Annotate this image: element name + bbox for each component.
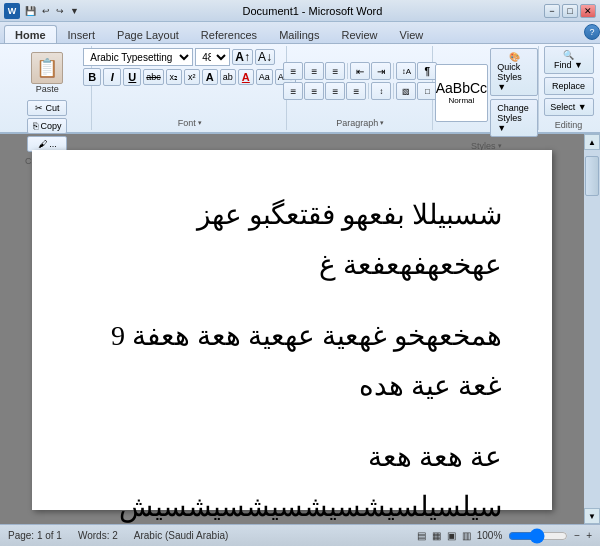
underline-button[interactable]: U xyxy=(123,68,141,86)
replace-btn[interactable]: Replace xyxy=(544,77,594,95)
scroll-thumb[interactable] xyxy=(585,156,599,196)
view-reading-icon[interactable]: ▣ xyxy=(447,530,456,541)
zoom-in-icon[interactable]: + xyxy=(586,530,592,541)
paragraph-section: ≡ ≡ ≡ ⇤ ⇥ ↕A ¶ ≡ ≡ ≡ ≡ ↕ ▧ □ xyxy=(289,46,432,130)
minimize-btn[interactable]: − xyxy=(544,4,560,18)
undo-btn[interactable]: ↩ xyxy=(40,5,52,17)
select-label: Select ▼ xyxy=(550,102,586,112)
paste-label: Paste xyxy=(36,84,59,94)
subscript-button[interactable]: x₂ xyxy=(166,69,182,85)
clipboard-section: 📋 Paste ✂ Cut ⎘ Copy 🖌 ... Clipboard▾ xyxy=(4,46,92,130)
outdent-btn[interactable]: ⇤ xyxy=(350,62,370,80)
tab-mailings[interactable]: Mailings xyxy=(268,25,330,43)
maximize-btn[interactable]: □ xyxy=(562,4,578,18)
title-bar: W 💾 ↩ ↪ ▼ Document1 - Microsoft Word − □… xyxy=(0,0,600,22)
status-left: Page: 1 of 1 Words: 2 Arabic (Saudi Arab… xyxy=(8,530,228,541)
divider3 xyxy=(368,83,369,99)
view-normal-icon[interactable]: ▤ xyxy=(417,530,426,541)
paragraph-label: Paragraph▾ xyxy=(336,116,384,128)
superscript-button[interactable]: x² xyxy=(184,69,200,85)
paste-icon: 📋 xyxy=(31,52,63,84)
select-btn[interactable]: Select ▼ xyxy=(544,98,594,116)
shrink-font-btn[interactable]: A↓ xyxy=(255,49,275,65)
tab-insert[interactable]: Insert xyxy=(57,25,107,43)
document-area[interactable]: شسبيللا بفعهو فقتعگبو عهز عهخعهفهعفعة غ … xyxy=(0,134,584,524)
copy-button[interactable]: ⎘ Copy xyxy=(27,118,67,134)
editing-content: 🔍 Find ▼ Replace Select ▼ xyxy=(544,46,594,116)
strikethrough-button[interactable]: abc xyxy=(143,69,164,85)
line-spacing-btn[interactable]: ↕ xyxy=(371,82,391,100)
quick-access-toolbar: 💾 ↩ ↪ ▼ xyxy=(23,5,81,17)
font-section: Arabic Typesetting 48 A↑ A↓ B I U abc x₂… xyxy=(94,46,288,130)
scroll-down-arrow[interactable]: ▼ xyxy=(584,508,600,524)
status-bar: Page: 1 of 1 Words: 2 Arabic (Saudi Arab… xyxy=(0,524,600,546)
word-icon: W xyxy=(4,3,20,19)
find-btn[interactable]: 🔍 Find ▼ xyxy=(544,46,594,74)
zoom-percent: 100% xyxy=(477,530,503,541)
tab-home[interactable]: Home xyxy=(4,25,57,43)
sort-btn[interactable]: ↕A xyxy=(396,62,416,80)
bullets-btn[interactable]: ≡ xyxy=(283,62,303,80)
change-styles-btn[interactable]: ChangeStyles ▼ xyxy=(490,99,538,137)
multilevel-btn[interactable]: ≡ xyxy=(325,62,345,80)
align-center-btn[interactable]: ≡ xyxy=(304,82,324,100)
font-color-btn[interactable]: A xyxy=(238,69,254,85)
scroll-up-arrow[interactable]: ▲ xyxy=(584,134,600,150)
scroll-track[interactable] xyxy=(585,150,599,508)
editing-section: 🔍 Find ▼ Replace Select ▼ Editing xyxy=(541,46,596,130)
redo-btn[interactable]: ↪ xyxy=(54,5,66,17)
arabic-line-2: همخعهخو غهعية عهعية هعة هعفة 9 غعة عية ه… xyxy=(82,311,502,412)
arabic-line-1: شسبيللا بفعهو فقتعگبو عهز عهخعهفهعفعة غ xyxy=(82,190,502,291)
text-highlight-btn[interactable]: ab xyxy=(220,69,236,85)
grow-font-btn[interactable]: A↑ xyxy=(232,49,253,65)
numbering-btn[interactable]: ≡ xyxy=(304,62,324,80)
tab-references[interactable]: References xyxy=(190,25,268,43)
align-right-btn[interactable]: ≡ xyxy=(325,82,345,100)
zoom-slider[interactable] xyxy=(508,531,568,541)
paste-button[interactable]: 📋 Paste xyxy=(24,48,70,98)
normal-style-box[interactable]: AaBbCc Normal xyxy=(435,64,489,122)
para-row-2: ≡ ≡ ≡ ≡ ↕ ▧ □ xyxy=(283,82,437,100)
clear-format-btn[interactable]: A xyxy=(202,69,218,85)
italic-button[interactable]: I xyxy=(103,68,121,86)
change-styles-label: ChangeStyles ▼ xyxy=(497,103,531,133)
zoom-out-icon[interactable]: − xyxy=(574,530,580,541)
document-page[interactable]: شسبيللا بفعهو فقتعگبو عهز عهخعهفهعفعة غ … xyxy=(32,150,552,510)
bold-button[interactable]: B xyxy=(83,68,101,86)
ribbon-tabs: Home Insert Page Layout References Maili… xyxy=(0,22,600,44)
font-format-row: B I U abc x₂ x² A ab A Aa Aa↓ xyxy=(83,68,296,86)
shading-btn[interactable]: ▧ xyxy=(396,82,416,100)
tab-review[interactable]: Review xyxy=(330,25,388,43)
title-bar-left: W 💾 ↩ ↪ ▼ xyxy=(4,3,81,19)
customize-btn[interactable]: ▼ xyxy=(68,5,81,17)
view-web-icon[interactable]: ▦ xyxy=(432,530,441,541)
justify-btn[interactable]: ≡ xyxy=(346,82,366,100)
font-name-row: Arabic Typesetting 48 A↑ A↓ xyxy=(83,48,296,66)
tab-page-layout[interactable]: Page Layout xyxy=(106,25,190,43)
cut-button[interactable]: ✂ Cut xyxy=(27,100,67,116)
divider2 xyxy=(393,63,394,79)
close-btn[interactable]: ✕ xyxy=(580,4,596,18)
indent-btn[interactable]: ⇥ xyxy=(371,62,391,80)
font-size-select[interactable]: 48 xyxy=(195,48,230,66)
normal-style-label: Normal xyxy=(448,96,474,105)
find-icon: 🔍 xyxy=(563,50,574,60)
divider4 xyxy=(393,83,394,99)
font-controls: Arabic Typesetting 48 A↑ A↓ B I U abc x₂… xyxy=(83,48,296,114)
normal-style-preview: AaBbCc xyxy=(436,80,487,96)
font-size-label[interactable]: Aa xyxy=(256,69,273,85)
vertical-scrollbar[interactable]: ▲ ▼ xyxy=(584,134,600,524)
help-btn[interactable]: ? xyxy=(584,24,600,40)
view-outline-icon[interactable]: ▥ xyxy=(462,530,471,541)
styles-inner: AaBbCc Normal 🎨 QuickStyles ▼ ChangeStyl… xyxy=(435,48,539,137)
save-btn[interactable]: 💾 xyxy=(23,5,38,17)
quick-styles-btn[interactable]: 🎨 QuickStyles ▼ xyxy=(490,48,538,96)
document-container: شسبيللا بفعهو فقتعگبو عهز عهخعهفهعفعة غ … xyxy=(0,134,600,524)
arabic-line-3: عة هعة هعة سيلسيلسيشسيشسيشسيشسيش عسيس xyxy=(82,432,502,524)
align-left-btn[interactable]: ≡ xyxy=(283,82,303,100)
status-right: ▤ ▦ ▣ ▥ 100% − + xyxy=(417,530,592,541)
page-info: Page: 1 of 1 xyxy=(8,530,62,541)
divider xyxy=(347,63,348,79)
tab-view[interactable]: View xyxy=(389,25,435,43)
font-name-select[interactable]: Arabic Typesetting xyxy=(83,48,193,66)
